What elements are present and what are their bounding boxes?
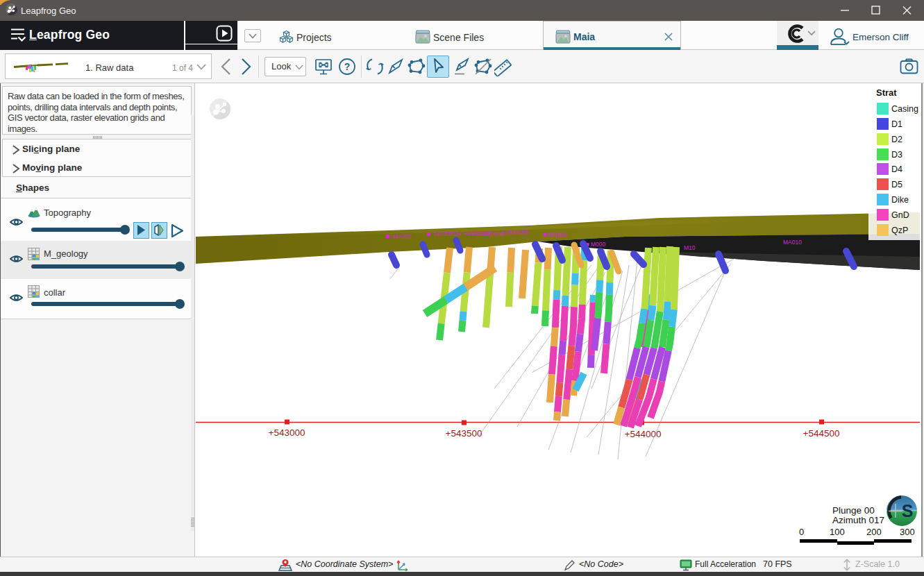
svg-text:MA010: MA010 [783,239,802,246]
svg-text:S: S [902,501,914,520]
svg-text:MA0051M: MA0051M [434,230,461,237]
svg-text:M10: M10 [684,244,696,251]
svg-text:M000: M000 [591,241,606,248]
svg-text:+543500: +543500 [446,428,482,439]
svg-text:?: ? [344,61,351,72]
svg-text:MA003: MA003 [548,231,567,238]
svg-text:MA007: MA007 [393,233,412,240]
svg-text:0MA005: 0MA005 [507,229,529,236]
svg-text:+544500: +544500 [803,428,840,439]
svg-text:+543000: +543000 [269,427,305,438]
svg-text:+544000: +544000 [625,429,662,439]
svg-text:3QAM5: 3QAM5 [486,230,506,237]
